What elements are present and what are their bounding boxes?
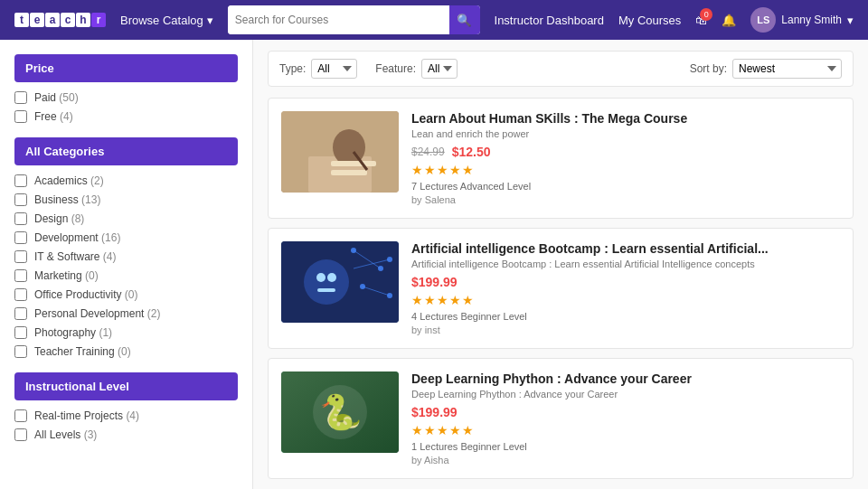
filter-all-levels[interactable]: All Levels (3)	[14, 428, 238, 441]
cart-icon[interactable]: 🛍 0	[695, 14, 707, 27]
course-subtitle-1: Lean and enrich the power	[411, 128, 840, 139]
feature-filter-group: Feature: All	[375, 59, 458, 79]
feature-label: Feature:	[375, 62, 416, 75]
type-filter-group: Type: All Paid Free	[279, 59, 357, 79]
all-levels-checkbox[interactable]	[14, 428, 27, 441]
level-section-title: Instructional Level	[14, 372, 238, 400]
course-image-3: 🐍	[281, 371, 399, 453]
course-meta-2: 4 Lectures Beginner Level	[411, 311, 840, 322]
search-input[interactable]	[228, 5, 449, 34]
svg-point-16	[387, 257, 392, 262]
personal-development-label: Personal Development (2)	[34, 307, 160, 320]
type-select[interactable]: All Paid Free	[311, 59, 357, 79]
search-bar: 🔍	[228, 5, 480, 34]
free-checkbox[interactable]	[14, 110, 27, 123]
search-icon: 🔍	[457, 14, 472, 27]
my-courses-link[interactable]: My Courses	[618, 14, 681, 27]
sort-select[interactable]: Newest Oldest Price Low to High Price Hi…	[732, 59, 842, 79]
course-stars-2: ★ ★ ★ ★ ★	[411, 293, 840, 307]
office-productivity-checkbox[interactable]	[14, 288, 27, 301]
user-name: Lanny Smith	[781, 14, 842, 26]
it-software-checkbox[interactable]	[14, 250, 27, 263]
course-by-3: by Aisha	[411, 455, 840, 465]
course-subtitle-2: Artificial intelligence Bootcamp : Learn…	[411, 259, 840, 269]
realtime-checkbox[interactable]	[14, 409, 27, 422]
filter-photography[interactable]: Photography (1)	[14, 326, 238, 339]
logo-t: t	[14, 13, 29, 27]
all-levels-label: All Levels (3)	[34, 428, 97, 441]
photography-checkbox[interactable]	[14, 326, 27, 339]
course-image-1	[281, 111, 399, 193]
course-info-2: Artificial intelligence Bootcamp : Learn…	[411, 241, 840, 335]
paid-checkbox[interactable]	[14, 91, 27, 104]
svg-point-18	[387, 293, 392, 298]
design-checkbox[interactable]	[14, 212, 27, 225]
filter-development[interactable]: Development (16)	[14, 231, 238, 244]
user-menu[interactable]: LS Lanny Smith ▾	[750, 7, 854, 33]
course-by-2: by inst	[411, 324, 840, 335]
design-label: Design (8)	[34, 212, 84, 225]
course-price-new-3: $199.99	[411, 405, 458, 419]
course-title-3: Deep Learning Phython : Advance your Car…	[411, 371, 840, 386]
filter-academics[interactable]: Academics (2)	[14, 174, 238, 187]
course-card-1[interactable]: Learn About Human SKills : The Mega Cour…	[268, 98, 854, 219]
personal-development-checkbox[interactable]	[14, 307, 27, 320]
office-productivity-label: Office Productivity (0)	[34, 288, 138, 301]
photography-label: Photography (1)	[34, 326, 112, 339]
marketing-label: Marketing (0)	[34, 269, 99, 282]
user-menu-chevron-icon: ▾	[847, 14, 854, 27]
course-stars-1: ★ ★ ★ ★ ★	[411, 163, 840, 177]
teacher-training-checkbox[interactable]	[14, 345, 27, 358]
svg-point-7	[304, 259, 349, 305]
course-card-3[interactable]: 🐍 Deep Learning Phython : Advance your C…	[268, 358, 854, 479]
filter-teacher-training[interactable]: Teacher Training (0)	[14, 345, 238, 358]
academics-checkbox[interactable]	[14, 174, 27, 187]
sidebar: Price Paid (50) Free (4) All Categories …	[0, 40, 253, 489]
level-filter-section: Instructional Level Real-time Projects (…	[14, 372, 238, 441]
notification-bell-icon[interactable]: 🔔	[722, 14, 736, 27]
filter-marketing[interactable]: Marketing (0)	[14, 269, 238, 282]
price-filter-section: Price Paid (50) Free (4)	[14, 54, 238, 123]
sort-label: Sort by:	[690, 62, 727, 75]
svg-point-14	[351, 248, 356, 253]
header-nav: Instructor Dashboard My Courses 🛍 0 🔔 LS…	[495, 7, 854, 33]
filter-business[interactable]: Business (13)	[14, 193, 238, 206]
logo-h: h	[76, 13, 90, 27]
filter-it-software[interactable]: IT & Software (4)	[14, 250, 238, 263]
course-price-row-3: $199.99	[411, 405, 840, 419]
development-checkbox[interactable]	[14, 231, 27, 244]
instructor-dashboard-link[interactable]: Instructor Dashboard	[495, 14, 604, 27]
filter-design[interactable]: Design (8)	[14, 212, 238, 225]
business-checkbox[interactable]	[14, 193, 27, 206]
course-title-2: Artificial intelligence Bootcamp : Learn…	[411, 241, 840, 256]
free-label: Free (4)	[34, 110, 73, 123]
avatar: LS	[750, 7, 776, 33]
main-layout: Price Paid (50) Free (4) All Categories …	[0, 40, 868, 489]
chevron-down-icon: ▾	[207, 14, 213, 27]
course-card-2[interactable]: Artificial intelligence Bootcamp : Learn…	[268, 228, 854, 349]
filter-paid[interactable]: Paid (50)	[14, 91, 238, 104]
svg-rect-10	[317, 288, 335, 292]
price-section-title: Price	[14, 54, 238, 82]
logo[interactable]: t e a c h r	[14, 13, 106, 27]
browse-catalog-button[interactable]: Browse Catalog ▾	[120, 14, 213, 27]
course-by-1: by Salena	[411, 194, 840, 205]
filter-office-productivity[interactable]: Office Productivity (0)	[14, 288, 238, 301]
course-thumb-1	[281, 111, 399, 193]
browse-catalog-label: Browse Catalog	[120, 14, 203, 27]
feature-select[interactable]: All	[421, 59, 458, 79]
filter-free[interactable]: Free (4)	[14, 110, 238, 123]
course-stars-3: ★ ★ ★ ★ ★	[411, 423, 840, 437]
filter-bar: Type: All Paid Free Feature: All Sort by…	[268, 51, 854, 87]
marketing-checkbox[interactable]	[14, 269, 27, 282]
logo-r: r	[91, 13, 106, 27]
course-info-1: Learn About Human SKills : The Mega Cour…	[411, 111, 840, 205]
main-content: Type: All Paid Free Feature: All Sort by…	[253, 40, 868, 489]
filter-realtime-projects[interactable]: Real-time Projects (4)	[14, 409, 238, 422]
development-label: Development (16)	[34, 231, 120, 244]
header: t e a c h r Browse Catalog ▾ 🔍 Instructo…	[0, 0, 868, 40]
course-subtitle-3: Deep Learning Phython : Advance your Car…	[411, 389, 840, 400]
type-label: Type:	[279, 62, 306, 75]
search-button[interactable]: 🔍	[449, 5, 480, 34]
filter-personal-development[interactable]: Personal Development (2)	[14, 307, 238, 320]
